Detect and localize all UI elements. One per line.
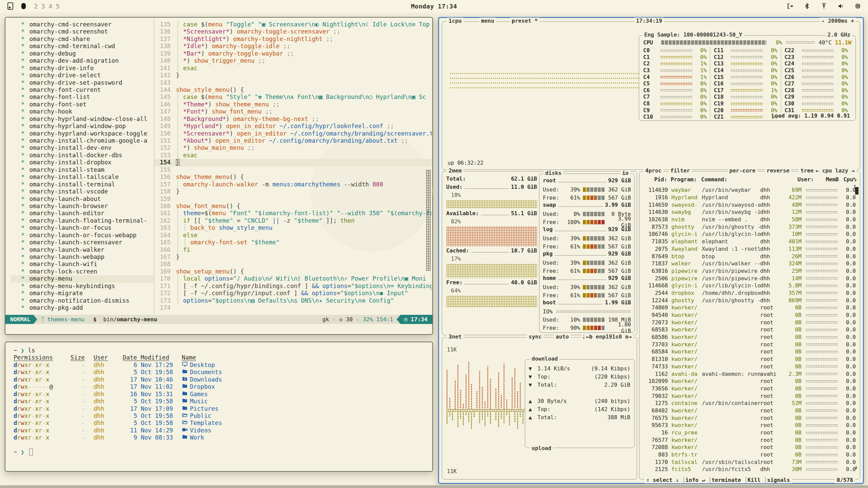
bluetooth-icon[interactable] — [804, 3, 810, 9]
file-item[interactable]: *omarchy-install-vscode — [21, 188, 154, 195]
file-item[interactable]: *omarchy-install-docker-dbs — [21, 152, 154, 159]
proc-row[interactable]: 72073kworker/root0B0.0 — [640, 319, 859, 326]
workspace-4[interactable]: 4 — [45, 3, 53, 10]
workspace-2[interactable]: 2 — [34, 3, 38, 10]
proc-row[interactable]: 79032kworker/root0B0.0 — [640, 392, 859, 400]
proc-row[interactable]: 71835elephantelephantdhh401M0.0 — [640, 238, 859, 245]
file-item[interactable]: *omarchy-cmd-share — [21, 36, 154, 43]
file-item[interactable]: *omarchy-dev-add-migration — [21, 57, 154, 64]
network-icon[interactable] — [821, 3, 827, 9]
proc-row[interactable]: 74733kworker/root0B0.0 — [640, 363, 859, 370]
proc-row[interactable]: 2544dropbox/home/dhh/.dropbox-distdhh357… — [640, 289, 859, 297]
proc-sort-selector[interactable]: ← cpu lazy → — [814, 167, 856, 174]
code-line[interactable]: 137│ *Nightlight*) omarchy-toggle-nightl… — [154, 36, 432, 43]
ls-row[interactable]: drwxr-xr-x-dhh 5 Oct 19:58Templates — [14, 420, 432, 427]
code-line[interactable]: 150│ *Screensaver*) open_in_editor ~/.co… — [154, 130, 432, 137]
proc-row[interactable]: 102099kworker/root0B0.0 — [640, 378, 859, 385]
code-line[interactable]: 160show_font_menu() { — [154, 203, 432, 210]
proc-row[interactable]: 73656kworker/root0B0.0 — [640, 385, 859, 392]
file-item[interactable]: *omarchy-cmd-terminal-cwd — [21, 43, 154, 50]
workspace-active-indicator[interactable] — [21, 3, 26, 9]
proc-row[interactable]: 95673kworker/root0B0.0 — [640, 422, 859, 429]
file-item[interactable]: *omarchy-notification-dismiss — [21, 297, 154, 304]
code-line[interactable]: 167} — [154, 253, 432, 261]
proc-row[interactable]: 2506pipewire/usr/bin/pipewire-pulsedhh14… — [640, 274, 859, 282]
proc-percore-toggle[interactable]: per-core — [728, 167, 757, 174]
file-item[interactable]: *omarchy-install-tailscale — [21, 174, 154, 181]
code-line[interactable]: 159 — [154, 196, 432, 203]
proc-row[interactable]: 114639waybar/usr/bin/waybardhh69M0.0 — [640, 186, 859, 194]
file-item[interactable]: *omarchy-launch-floating-terminal- — [21, 217, 154, 224]
code-line[interactable]: 158} — [154, 188, 432, 195]
file-item[interactable]: *omarchy-drive-select — [21, 72, 154, 79]
ls-row[interactable]: drwxr-xr-x-dhh 6 Nov 17:29Desktop — [14, 362, 432, 369]
code-line[interactable]: 174 — [154, 304, 432, 311]
file-item[interactable]: *omarchy-launch-or-focus-webapp — [21, 232, 154, 239]
proc-row[interactable]: 12244ghostty/usr/bin/ghostty --gtk-dhh86… — [640, 297, 859, 304]
file-item[interactable]: *omarchy-pkg-add — [21, 304, 154, 311]
ls-row[interactable]: drwxr-xr-x-dhh16 Nov 15:31Games — [14, 391, 432, 398]
code-line[interactable]: 161│ theme=$(menu "Font" "$(omarchy-font… — [154, 210, 432, 217]
file-item[interactable]: *omarchy-install-dev-env — [21, 144, 154, 151]
proc-row[interactable]: 76577kworker/root0B0.0 — [640, 436, 859, 444]
code-line[interactable]: 145│ case $(menu "Style" "✾ Theme\nᴀ Fon… — [154, 94, 432, 101]
file-item[interactable]: *omarchy-font-set — [21, 101, 154, 108]
code-line[interactable]: 156show_theme_menu() { — [154, 174, 432, 181]
file-item[interactable]: *omarchy-install-dropbox — [21, 159, 154, 166]
file-item[interactable]: *omarchy-launch-about — [21, 196, 154, 203]
proc-row[interactable]: 2075XwaylandXwayland :1 -rootless -dhh11… — [640, 245, 859, 253]
proc-filter-button[interactable]: filter — [669, 167, 692, 174]
proc-row[interactable]: 102638nvimnvim --embed .dhh58M0.0 — [640, 216, 859, 223]
proc-row[interactable]: 68586kworker/root0B0.0 — [640, 333, 859, 341]
file-item[interactable]: *omarchy-menu — [11, 275, 154, 282]
proc-row[interactable]: 94540kworker/root0B0.0 — [640, 311, 859, 319]
proc-row[interactable]: 68402kworker/root0B0.0 — [640, 407, 859, 414]
file-item[interactable]: *omarchy-launch-walker — [21, 246, 154, 253]
code-line[interactable]: 140│ *) show_trigger_menu ;; — [154, 57, 432, 64]
io-toggle[interactable]: io — [620, 170, 630, 177]
code-line[interactable]: 155 — [154, 166, 432, 174]
proc-row[interactable]: 68584kworker/root0B0.0 — [640, 348, 859, 355]
file-item[interactable]: *omarchy-font-list — [21, 94, 154, 101]
net-sync-toggle[interactable]: sync — [527, 333, 544, 340]
code-line[interactable]: 165│ │ omarchy-font-set "$theme" — [154, 239, 432, 246]
proc-row[interactable]: 1916HyprlandHyprlanddhh422M0.0 — [640, 194, 859, 201]
menu-button[interactable]: menu — [479, 18, 496, 24]
editor-scrollbar[interactable] — [426, 169, 431, 271]
file-item[interactable]: *omarchy-install-steam — [21, 166, 154, 174]
proc-row[interactable]: 74869kworker/root0B0.0 — [640, 304, 859, 311]
code-line[interactable]: 168 — [154, 261, 432, 268]
code-line[interactable]: 163│ │ back_to show_style_menu — [154, 224, 432, 231]
proc-tree-toggle[interactable]: tree — [799, 167, 815, 174]
ls-row[interactable]: drwx------@-dhh17 Nov 11:02Dropbox — [14, 383, 432, 390]
ls-row[interactable]: drwxr-xr-x-dhh17 Nov 17:09Pictures — [14, 405, 432, 412]
file-item[interactable]: *omarchy-hyprland-workspace-toggle — [21, 130, 154, 137]
refresh-interval-control[interactable]: - 2000ms + — [820, 18, 856, 24]
code-line[interactable]: 153│ esac — [154, 152, 432, 159]
file-item[interactable]: *omarchy-cmd-screenshot — [21, 28, 154, 35]
file-item[interactable]: *omarchy-migrate — [21, 290, 154, 297]
file-item[interactable]: *omarchy-drive-set-password — [21, 79, 154, 86]
file-item[interactable]: *omarchy-font-current — [21, 86, 154, 94]
file-item[interactable]: *omarchy-launch-or-focus — [21, 224, 154, 231]
proc-row[interactable]: 71837walker/usr/bin/walker --gappldhh324… — [640, 260, 859, 267]
proc-row[interactable]: 87649btopbtopdhh26M0.0 — [640, 252, 859, 260]
code-line[interactable]: 141│ esac — [154, 65, 432, 72]
file-item[interactable]: *omarchy-launch-editor — [21, 210, 154, 217]
file-item[interactable]: *omarchy-drive-info — [21, 65, 154, 72]
prompt-line[interactable]: ~ ❯ ls — [14, 347, 432, 354]
ls-row[interactable]: drwxr-xr-x-dhh 5 Oct 19:58Documents — [14, 369, 432, 376]
code-line[interactable]: 170│ local options="♪ Audio\n☍ Wifi\nᛒ B… — [154, 275, 432, 282]
code-line[interactable]: 139│ *Bar*) omarchy-toggle-waybar ;; — [154, 50, 432, 57]
workspace-3[interactable]: 3 — [38, 3, 45, 10]
file-item[interactable]: *omarchy-hyprland-window-close-all — [21, 116, 154, 123]
proc-row[interactable]: 81310kworker/root0B0.0 — [640, 355, 859, 363]
file-item[interactable]: *omarchy-hyprland-window-pop — [21, 123, 154, 130]
proc-row[interactable]: 16rcu_preeroot0B0.0 — [640, 429, 859, 436]
proc-scrollbar-thumb[interactable] — [855, 187, 859, 195]
proc-row[interactable]: 1162avahi-daavahi-daemon: running [avahi… — [640, 370, 859, 378]
code-line[interactable]: 152│ *) show_main_menu ;; — [154, 144, 432, 151]
proc-row[interactable]: 72088kworker/root0B0.0 — [640, 444, 859, 451]
code-line[interactable]: 162│ if [[ "$theme" = "CNCLD" || -z "$th… — [154, 217, 432, 224]
code-line[interactable]: 147│ *Font*) show_font_menu ;; — [154, 108, 432, 115]
